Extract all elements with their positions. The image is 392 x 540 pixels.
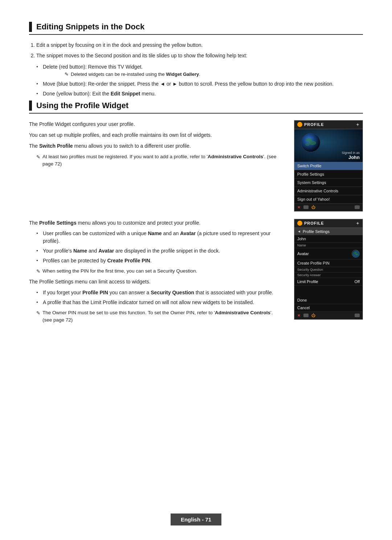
svg-point-3	[305, 143, 310, 146]
limit-access-para: The Profile Settings menu can limit acce…	[29, 278, 283, 286]
widget2-row-name-label: Name	[294, 243, 363, 248]
section2-left: The Profile Widget configures your user …	[29, 120, 283, 212]
section2-left2: The Profile Settings menu allows you to …	[29, 219, 283, 326]
widget2-row-create-pin: Create Profile PIN	[294, 259, 363, 267]
step1: Edit a snippet by focusing on it in the …	[36, 41, 363, 49]
bullet-delete-text: Delete (red button): Remove this TV Widg…	[43, 64, 143, 70]
signed-in-label: Signed in as	[342, 151, 360, 155]
profile-widget1: PROFILE ✦	[294, 120, 363, 212]
menu-item-admin-controls[interactable]: Administrative Controls	[294, 187, 363, 195]
bottom-home-icon	[355, 205, 360, 209]
signed-in-name: John	[342, 155, 360, 160]
subnote-text: Deleted widgets can be re-installed usin…	[71, 71, 200, 78]
widget1-signed-in: Signed in as John	[342, 151, 360, 160]
bullet-done-text: Done (yellow button): Exit the Edit Snip…	[43, 91, 156, 97]
bullet-limit-profile: A profile that has the Limit Profile ind…	[36, 299, 283, 306]
limit-access-bullets: If you forget your Profile PIN you can a…	[36, 289, 283, 306]
widget2-title-text: PROFILE	[304, 221, 324, 225]
menu-item-profile-settings[interactable]: Profile Settings	[294, 170, 363, 179]
menu-item-sign-out[interactable]: Sign out of Yahoo!	[294, 195, 363, 204]
bullet-move-text: Move (blue button): Re-order the snippet…	[43, 81, 334, 87]
footer-label: English - 71	[181, 516, 211, 523]
bullet-move: Move (blue button): Re-order the snippet…	[36, 80, 363, 88]
widget2-profile-icon	[297, 221, 302, 226]
section1-heading: Editing Snippets in the Dock	[29, 22, 363, 35]
globe-icon	[301, 133, 321, 153]
note-icon2: ✎	[36, 268, 40, 275]
bottom-home-icon2	[355, 314, 360, 317]
widget2-row-security-q-label: Security Question	[294, 267, 363, 273]
note1-text: At least two profiles must be registered…	[42, 153, 283, 168]
intro-para1: The Profile Widget configures your user …	[29, 120, 283, 128]
section2-heading: Using the Profile Widget	[29, 101, 363, 114]
bullet-create-pin: Profiles can be protected by Create Prof…	[36, 257, 283, 265]
profile-settings-bullets: User profiles can be customized with a u…	[36, 230, 283, 265]
section1-steps: Edit a snippet by focusing on it in the …	[36, 41, 363, 60]
widget1-bottom-bar: ✕ ⏻	[294, 204, 363, 211]
note-icon1: ✎	[36, 154, 40, 161]
bullet-done: Done (yellow button): Exit the Edit Snip…	[36, 90, 363, 98]
bottom-x-icon2: ✕	[297, 313, 301, 318]
widget2-row-john: John	[294, 235, 363, 243]
page-footer: English - 71	[0, 514, 392, 525]
bottom-power-icon2: ⏻	[311, 313, 315, 318]
bottom-x-icon: ✕	[297, 205, 301, 210]
profile-widget2: PROFILE ✦ ◄ Profile Settings John Name A…	[294, 219, 363, 320]
widget1-image: Signed in as John	[294, 129, 363, 162]
widget1-header: PROFILE ✦	[294, 120, 363, 129]
widget2-header-title: PROFILE	[297, 221, 324, 226]
section1-bullets: Delete (red button): Remove this TV Widg…	[36, 63, 363, 98]
note3-text: The Owner PIN must be set to use this fu…	[42, 309, 283, 324]
bottom-gear-icon2	[303, 314, 309, 317]
svg-point-6	[355, 253, 358, 255]
menu-item-system-settings[interactable]: System Settings	[294, 179, 363, 187]
widget2-row-done[interactable]: Done	[294, 296, 363, 304]
note2: ✎ When setting the PIN for the first tim…	[36, 267, 283, 275]
widget2-row-avatar: Avatar	[294, 248, 363, 259]
bullet-name-avatar: User profiles can be customized with a u…	[36, 230, 283, 245]
section2-top-content: The Profile Widget configures your user …	[29, 120, 363, 212]
widget2-bottom-bar: ✕ ⏻	[294, 312, 363, 319]
limit-profile-value: Off	[355, 279, 360, 284]
note-symbol: ✎	[65, 71, 69, 78]
bullet-delete: Delete (red button): Remove this TV Widg…	[36, 63, 363, 78]
note1: ✎ At least two profiles must be register…	[36, 153, 283, 168]
note-icon3: ✎	[36, 310, 40, 317]
svg-point-5	[354, 252, 356, 254]
section2-right-widget1: PROFILE ✦	[294, 120, 363, 212]
avatar-globe-icon	[352, 250, 360, 258]
profile-settings-intro: The Profile Settings menu allows you to …	[29, 219, 283, 227]
widget2-header: PROFILE ✦	[294, 219, 363, 228]
widget1-star-icon: ✦	[356, 122, 360, 127]
back-arrow-icon: ◄	[297, 229, 301, 233]
widget1-title-text: PROFILE	[304, 122, 324, 127]
bottom-power-icon: ⏻	[311, 205, 315, 209]
page-content: Editing Snippets in the Dock Edit a snip…	[0, 0, 392, 355]
section2-right-widget2: PROFILE ✦ ◄ Profile Settings John Name A…	[294, 219, 363, 326]
widget2-star-icon: ✦	[356, 221, 360, 226]
avatar-label: Avatar	[297, 251, 309, 256]
section2-title: Using the Profile Widget	[36, 101, 128, 110]
bullet-name-avatar-dock: Your profile's Name and Avatar are displ…	[36, 247, 283, 255]
avatar-globe-svg	[352, 250, 360, 258]
section2-bottom-content: The Profile Settings menu allows you to …	[29, 219, 363, 326]
footer-badge: English - 71	[171, 514, 221, 525]
widget2-row-limit-profile: Limit Profile Off	[294, 278, 363, 286]
widget2-submenu-header: ◄ Profile Settings	[294, 228, 363, 235]
widget2-row-cancel[interactable]: Cancel	[294, 304, 363, 312]
step2: The snippet moves to the Second position…	[36, 52, 363, 60]
section2-heading-bar	[29, 101, 32, 111]
svg-point-2	[309, 141, 316, 145]
widget2-row-security-a-label: Security Answer	[294, 273, 363, 278]
widget1-profile-icon	[297, 122, 302, 127]
widget1-header-title: PROFILE	[297, 122, 324, 127]
menu-item-switch-profile[interactable]: Switch Profile	[294, 162, 363, 170]
widget2-spacer	[294, 286, 363, 296]
intro-para2: You can set up multiple profiles, and ea…	[29, 131, 283, 139]
submenu-title: Profile Settings	[303, 229, 330, 234]
limit-profile-label: Limit Profile	[297, 279, 318, 284]
subnote-widget-gallery: ✎ Deleted widgets can be re-installed us…	[65, 71, 363, 78]
bullet-profile-pin: If you forget your Profile PIN you can a…	[36, 289, 283, 296]
note3: ✎ The Owner PIN must be set to use this …	[36, 309, 283, 324]
note2-text: When setting the PIN for the first time,…	[42, 267, 197, 275]
